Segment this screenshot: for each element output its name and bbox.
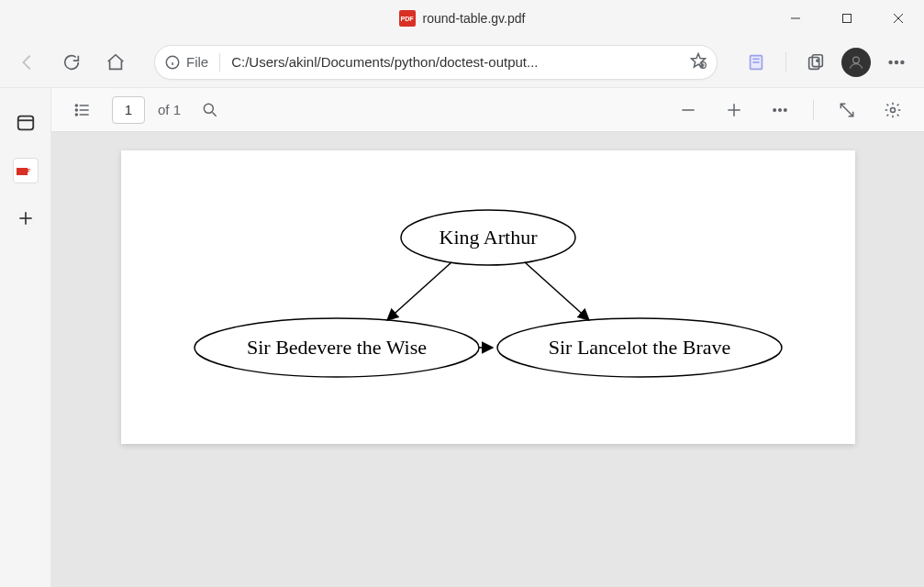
- svg-point-37: [774, 108, 776, 111]
- svg-point-32: [204, 104, 213, 113]
- pdf-toolbar: of 1: [51, 88, 924, 132]
- extension-button[interactable]: [738, 44, 774, 81]
- current-tab-thumbnail[interactable]: [13, 158, 39, 183]
- tabs-panel-button[interactable]: [9, 106, 42, 139]
- titlebar-center: round-table.gv.pdf: [399, 10, 526, 27]
- scheme-label: File: [186, 54, 208, 70]
- home-button[interactable]: [97, 44, 134, 81]
- node-right-label: Sir Lancelot the Brave: [548, 336, 730, 359]
- settings-button[interactable]: [876, 94, 909, 127]
- svg-point-19: [889, 61, 892, 63]
- node-left-label: Sir Bedevere the Wise: [246, 336, 426, 359]
- url-text: C:/Users/akinl/Documents/python/doctest-…: [231, 54, 682, 70]
- svg-point-26: [75, 105, 77, 106]
- menu-button[interactable]: [878, 44, 915, 81]
- zoom-out-button[interactable]: [672, 94, 705, 127]
- more-actions-button[interactable]: [763, 94, 796, 127]
- refresh-button[interactable]: [53, 44, 90, 81]
- favorite-button[interactable]: [689, 51, 707, 73]
- page-count-label: of 1: [158, 102, 181, 117]
- window-titlebar: round-table.gv.pdf: [0, 0, 924, 37]
- svg-point-28: [75, 109, 77, 111]
- new-tab-button[interactable]: [9, 202, 42, 235]
- close-button[interactable]: [873, 0, 924, 37]
- window-title: round-table.gv.pdf: [423, 11, 526, 26]
- contents-button[interactable]: [66, 94, 99, 127]
- node-root-label: King Arthur: [439, 226, 538, 249]
- svg-rect-22: [17, 116, 33, 130]
- profile-avatar[interactable]: [841, 48, 871, 77]
- pdf-toolbar-separator: [813, 100, 814, 120]
- svg-point-39: [785, 108, 787, 111]
- edge-root-right: [525, 262, 589, 320]
- pdf-viewer: of 1: [51, 88, 924, 587]
- page-number-input[interactable]: [112, 96, 145, 124]
- maximize-button[interactable]: [821, 0, 873, 37]
- window-controls: [770, 0, 924, 37]
- svg-point-21: [901, 61, 904, 63]
- minimize-button[interactable]: [770, 0, 821, 37]
- collections-button[interactable]: [797, 44, 834, 81]
- svg-line-40: [841, 104, 852, 116]
- pdf-page: King Arthur Sir Bedevere the Wise Sir La…: [121, 150, 855, 444]
- svg-point-30: [75, 114, 77, 116]
- zoom-in-button[interactable]: [718, 94, 751, 127]
- browser-toolbar: File C:/Users/akinl/Documents/python/doc…: [0, 37, 924, 88]
- svg-point-41: [891, 107, 896, 112]
- fit-page-button[interactable]: [830, 94, 863, 127]
- edge-root-left: [387, 262, 451, 320]
- addr-divider: [219, 53, 220, 72]
- back-button[interactable]: [9, 44, 46, 81]
- site-info[interactable]: File: [164, 54, 208, 71]
- find-button[interactable]: [194, 94, 227, 127]
- pdf-page-area[interactable]: King Arthur Sir Bedevere the Wise Sir La…: [51, 132, 924, 587]
- toolbar-separator: [785, 52, 786, 72]
- svg-point-20: [896, 61, 898, 63]
- pdf-file-icon: [399, 10, 416, 27]
- svg-point-38: [779, 108, 782, 111]
- svg-rect-1: [843, 15, 852, 23]
- address-bar[interactable]: File C:/Users/akinl/Documents/python/doc…: [154, 45, 718, 80]
- svg-point-18: [853, 57, 860, 63]
- svg-line-33: [213, 112, 217, 116]
- browser-sidebar: [0, 88, 51, 587]
